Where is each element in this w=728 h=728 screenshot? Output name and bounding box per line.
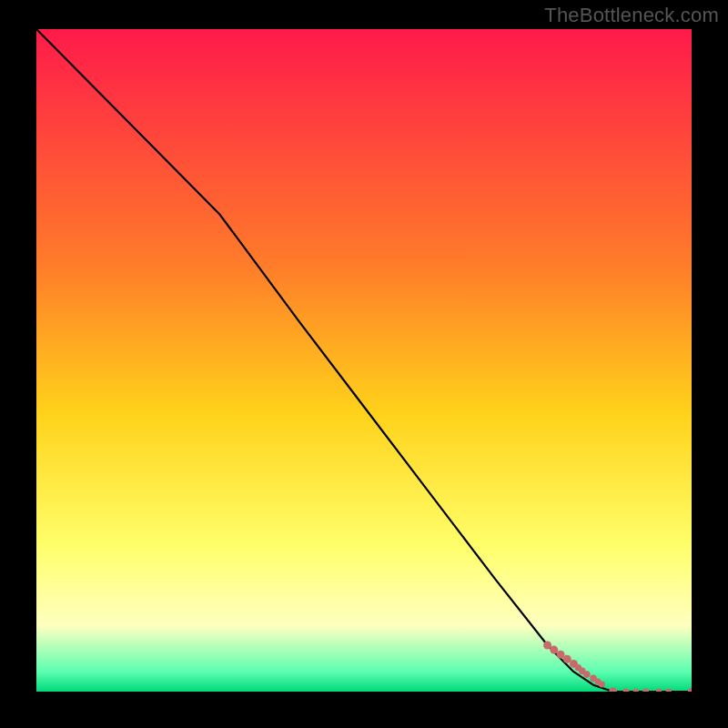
plot-area (36, 29, 692, 692)
chart-frame: TheBottleneck.com (0, 0, 728, 728)
chart-svg (36, 29, 692, 692)
data-point (599, 682, 605, 688)
data-point (583, 671, 591, 678)
watermark-text: TheBottleneck.com (544, 4, 719, 27)
